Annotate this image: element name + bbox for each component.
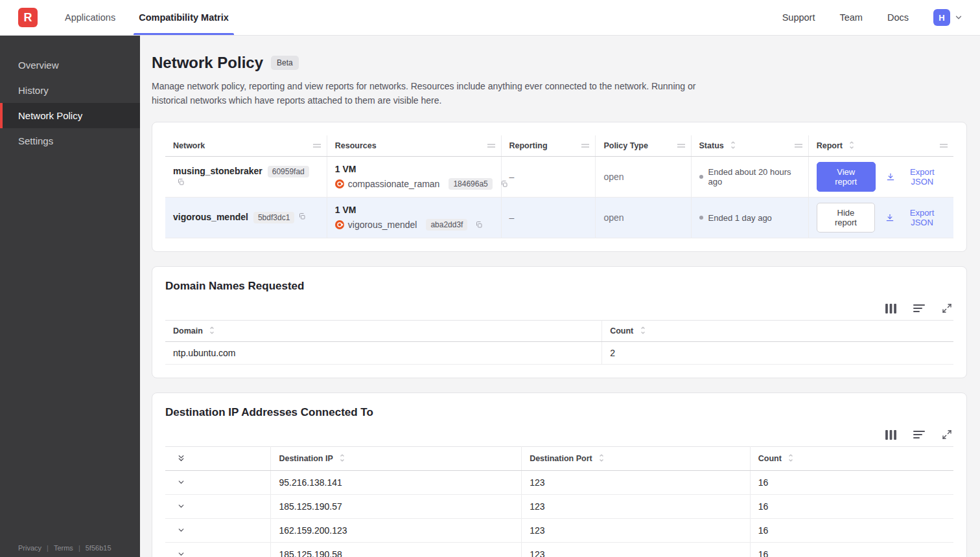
column-resize-handle-icon[interactable]	[939, 143, 948, 148]
nav-tab-label: Compatibility Matrix	[139, 12, 229, 23]
nav-tab-compatibility-matrix[interactable]: Compatibility Matrix	[127, 0, 240, 35]
column-label: Destination IP	[279, 454, 332, 463]
sort-icon[interactable]	[730, 141, 736, 149]
card-title: Domain Names Requested	[165, 280, 953, 293]
fullscreen-icon-button[interactable]	[942, 429, 952, 440]
copy-icon[interactable]	[298, 212, 306, 220]
column-header-domain[interactable]: Domain	[165, 321, 602, 342]
nav-tab-applications[interactable]: Applications	[53, 0, 127, 35]
fullscreen-icon-button[interactable]	[942, 303, 952, 313]
resource-id-badge: 184696a5	[449, 178, 492, 190]
column-header-destination-port[interactable]: Destination Port	[522, 447, 751, 471]
columns-icon-button[interactable]	[885, 303, 896, 313]
sidebar-footer: Privacy | Terms | 5f56b15	[18, 544, 111, 552]
column-resize-handle-icon[interactable]	[581, 143, 590, 148]
app-logo[interactable]: R	[18, 8, 38, 27]
export-json-button[interactable]: Export JSON	[886, 167, 946, 187]
nav-link-docs[interactable]: Docs	[887, 12, 909, 23]
expand-all-button[interactable]	[173, 453, 189, 464]
column-resize-handle-icon[interactable]	[677, 143, 686, 148]
sort-icon[interactable]	[848, 141, 855, 149]
rows-density-icon-button[interactable]	[913, 429, 925, 440]
column-header-destination-ip[interactable]: Destination IP	[271, 447, 522, 471]
export-json-button[interactable]: Export JSON	[885, 208, 946, 227]
user-menu[interactable]: H	[933, 9, 963, 26]
beta-badge: Beta	[271, 56, 299, 70]
column-header-count[interactable]: Count	[602, 321, 953, 342]
divider: |	[47, 544, 49, 552]
domain-table-row[interactable]: ntp.ubuntu.com 2	[165, 342, 953, 365]
terms-link[interactable]: Terms	[54, 544, 73, 552]
networks-header-row: Network Resources Reporting Policy Type …	[165, 135, 953, 157]
column-header-network[interactable]: Network	[165, 135, 327, 157]
privacy-link[interactable]: Privacy	[18, 544, 41, 552]
sort-icon[interactable]	[339, 454, 345, 462]
view-report-button[interactable]: View report	[817, 162, 876, 192]
status-dot	[699, 175, 703, 179]
network-name: musing_stonebraker	[173, 166, 262, 176]
destinations-header-row: Destination IP Destination Port Count	[165, 447, 953, 471]
column-label: Resources	[335, 141, 377, 150]
sort-icon[interactable]	[788, 454, 794, 462]
row-expander-chevron-icon[interactable]	[173, 477, 189, 488]
row-expander-chevron-icon[interactable]	[173, 525, 189, 536]
rows-density-icon-button[interactable]	[913, 303, 925, 313]
row-expander-chevron-icon[interactable]	[173, 501, 189, 512]
policy-type-value: open	[603, 212, 624, 223]
sidebar-item-history[interactable]: History	[0, 78, 140, 103]
network-table-row[interactable]: vigorous_mendel5bdf3dc1 1 VM vigorous_me…	[165, 198, 953, 238]
export-json-label: Export JSON	[898, 208, 946, 227]
network-table-row[interactable]: musing_stonebraker60959fad 1 VM compassi…	[165, 157, 953, 198]
row-expander-chevron-icon[interactable]	[173, 549, 189, 557]
destination-ip-cell: 185.125.190.58	[271, 543, 522, 557]
download-icon	[886, 172, 895, 181]
destination-table-row[interactable]: 162.159.200.123 123 16	[165, 519, 953, 543]
column-resize-handle-icon[interactable]	[487, 143, 496, 148]
column-label: Count	[610, 326, 633, 335]
destination-table-row[interactable]: 185.125.190.57 123 16	[165, 495, 953, 519]
column-resize-handle-icon[interactable]	[794, 143, 803, 148]
column-header-reporting[interactable]: Reporting	[501, 135, 596, 157]
nav-link-support[interactable]: Support	[782, 12, 815, 23]
hide-report-button[interactable]: Hide report	[817, 203, 875, 233]
nav-link-team[interactable]: Team	[839, 12, 862, 23]
sidebar-item-settings[interactable]: Settings	[0, 128, 140, 153]
count-cell: 16	[750, 519, 953, 543]
column-label: Count	[758, 454, 782, 463]
count-cell: 16	[750, 495, 953, 519]
column-header-policy-type[interactable]: Policy Type	[596, 135, 691, 157]
column-resize-handle-icon[interactable]	[312, 143, 321, 148]
column-label: Destination Port	[530, 454, 592, 463]
column-header-status[interactable]: Status	[691, 135, 808, 157]
column-label: Report	[817, 141, 843, 150]
chevron-down-icon[interactable]	[954, 13, 963, 22]
copy-icon[interactable]	[475, 221, 483, 229]
network-id-badge: 60959fad	[268, 166, 309, 177]
resources-summary: 1 VM	[335, 164, 493, 174]
copy-icon[interactable]	[177, 178, 185, 186]
status-text: Ended about 20 hours ago	[708, 167, 800, 187]
destination-table-row[interactable]: 185.125.190.58 123 16	[165, 543, 953, 557]
network-id-badge: 5bdf3dc1	[253, 212, 294, 223]
column-header-resources[interactable]: Resources	[327, 135, 501, 157]
reporting-value: –	[509, 212, 515, 223]
columns-icon-button[interactable]	[885, 429, 896, 440]
column-header-report[interactable]: Report	[808, 135, 953, 157]
table-toolbar	[165, 429, 952, 440]
sidebar-item-network-policy[interactable]: Network Policy	[0, 103, 140, 128]
nav-tab-label: Applications	[65, 12, 115, 23]
sort-icon[interactable]	[209, 326, 215, 334]
policy-type-value: open	[603, 172, 624, 182]
sidebar-item-overview[interactable]: Overview	[0, 52, 140, 78]
copy-icon[interactable]	[500, 180, 508, 188]
column-header-count[interactable]: Count	[750, 447, 953, 471]
avatar[interactable]: H	[933, 9, 950, 26]
resource-icon	[335, 220, 344, 229]
sort-icon[interactable]	[640, 326, 646, 334]
networks-card: Network Resources Reporting Policy Type …	[152, 122, 967, 252]
resources-summary: 1 VM	[335, 205, 493, 215]
destination-table-row[interactable]: 95.216.138.141 123 16	[165, 471, 953, 495]
sort-icon[interactable]	[598, 454, 605, 462]
resource-id-badge: aba2dd3f	[426, 219, 467, 231]
network-name: vigorous_mendel	[173, 212, 248, 222]
